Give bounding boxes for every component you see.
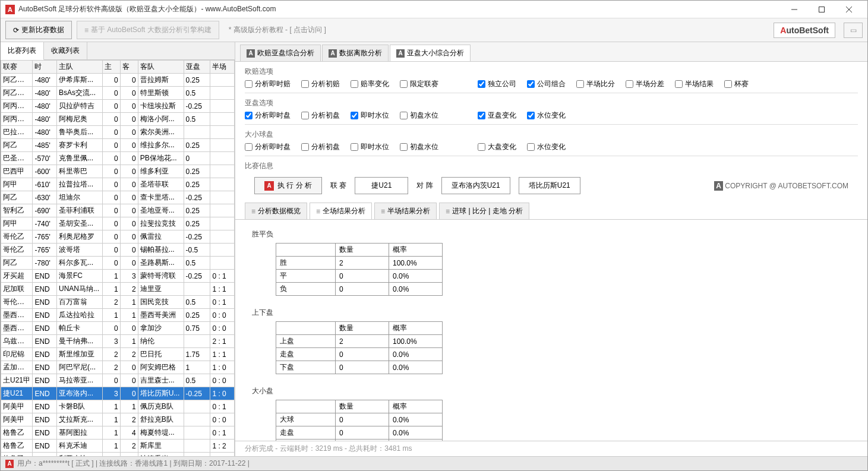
table-row[interactable]: 阿甲-610'拉普拉塔...00圣塔菲联0.25 [1,178,235,191]
table-row[interactable]: 阿美甲END艾拉斯克...12舒拉克B队0 : 0 [1,413,235,426]
refresh-button[interactable]: ⟳更新比赛数据 [5,21,72,39]
match-info-title: 比赛信息 [245,161,858,171]
footer-statusbar: A 用户：a*********t [ 正式 ] | 连接线路：香港线路1 | 到… [1,456,867,470]
rtab-dispersion[interactable]: A数据离散分析 [322,45,389,61]
brand-badge: AutoBetSoft [774,23,835,38]
table-row[interactable]: 尼加联ENDUNAN马纳...12迪里亚1 : 1 [1,283,235,296]
table-row[interactable]: 格鲁乙END基阿图拉14梅夏特堤...0 : 1 [1,426,235,440]
chk-ah-init[interactable]: 分析初盘 [301,110,340,121]
chk-euro-init[interactable]: 分析初赔 [301,79,340,89]
table-row[interactable]: 印尼锦END斯里维加亚22巴日托1.751 : 1 [1,348,235,361]
result-body[interactable]: 胜平负 数量概率胜2100.0%平00.0%负00.0% 上下盘 数量概率上盘2… [235,220,867,441]
chk-euro-live[interactable]: 分析即时赔 [245,79,291,89]
minimize-button[interactable] [781,2,808,17]
titlebar: A AutoBetSoft 足球分析软件高级版（欧赔亚盘大小全能版）- www.… [1,1,867,18]
col-away[interactable]: 客队 [138,61,184,74]
app-logo-icon: A [5,5,15,14]
close-button[interactable] [835,2,863,17]
chk-euro-htdiff[interactable]: 半场分差 [626,79,664,89]
table-row[interactable]: 阿丙曼特-480'贝拉萨特吉00卡纽埃拉斯-0.25 [1,100,235,113]
bars-icon: ≡ [316,207,320,216]
list-icon: ≡ [84,26,89,34]
options-area: 欧赔选项 分析即时赔 分析初赔 赔率变化 限定联赛 独立公司 公司组合 半场比分… [235,62,867,200]
copyright-text: A COPYRIGHT @ AUTOBETSOFT.COM [714,182,848,190]
chk-ou-livew[interactable]: 即时水位 [351,142,389,152]
col-ah[interactable]: 亚盘 [184,61,210,74]
chk-ou-change[interactable]: 大盘变化 [478,142,516,152]
table-row[interactable]: 牙买超END海景FC13蒙特哥湾联-0.250 : 1 [1,270,235,283]
tutorial-link[interactable]: * 高级版分析教程 - [ 点击访问 ] [229,25,326,35]
table-row[interactable]: 阿丙曼特-480'阿梅尼奥00梅洛小阿...0.5 [1,113,235,126]
table-row[interactable]: 阿乙曼特-480'BsAs交流...00特里斯顿0.5 [1,87,235,100]
chk-euro-league[interactable]: 限定联赛 [400,79,438,89]
chk-ou-live[interactable]: 分析即时盘 [245,142,291,152]
chk-ou-init[interactable]: 分析初盘 [301,142,340,152]
league-value: 捷U21 [355,177,408,194]
table-row[interactable]: 墨西联附END瓜达拉哈拉11墨西哥美洲0.250 : 0 [1,309,235,322]
bars-icon: ≡ [251,207,255,216]
away-team-value: 塔比历斯U21 [519,177,580,194]
col-time[interactable]: 时 [33,61,57,74]
chk-euro-change[interactable]: 赔率变化 [351,79,389,89]
rtab-euro-ah[interactable]: A欧赔亚盘综合分析 [240,45,321,61]
table-row[interactable]: 土U21甲END马拉蒂亚...00吉里森士...0.50 : 0 [1,374,235,387]
table-row[interactable]: 智利乙-690'圣菲利浦联00圣地亚哥...0.25 [1,204,235,217]
chk-ah-live[interactable]: 分析即时盘 [245,110,291,121]
table-row[interactable]: 哥伦乙-765'利奥尼格罗00佩雷拉-0.25 [1,230,235,244]
table-row[interactable]: 巴拉后备-480'鲁毕奥后...00索尔美洲... [1,126,235,139]
footer-text: 用户：a*********t [ 正式 ] | 连接线路：香港线路1 | 到期日… [17,459,250,469]
table-row[interactable]: 哥伦乙-765'波哥塔00锡帕基拉...-0.5 [1,244,235,257]
table-row[interactable]: 墨西联附END帕丘卡00拿加沙0.750 : 0 [1,322,235,335]
result-tab-full[interactable]: ≡全场结果分析 [310,203,372,219]
table-row[interactable]: 阿乙-485'赛罗卡利00维拉多尔...0.25 [1,139,235,152]
tab-match-list[interactable]: 比赛列表 [1,42,44,60]
result-tab-overview[interactable]: ≡分析数据概览 [245,203,307,219]
table-row[interactable]: 阿甲-740'圣胡安圣...00拉斐拉竞技0.25 [1,217,235,230]
left-panel: 比赛列表 收藏列表 联赛 时 主队 主 客 客队 亚盘 半场 [1,42,235,456]
col-league[interactable]: 联赛 [1,61,33,74]
table-row[interactable]: 格鲁乙END科克禾迪12斯库里1 : 2 [1,440,235,453]
right-panel: A欧赔亚盘综合分析 A数据离散分析 A亚盘大小综合分析 欧赔选项 分析即时赔 分… [235,42,867,456]
table-row[interactable]: 孟加拉联END阿巴罕尼(...20阿安姆巴格11 : 0 [1,361,235,374]
chk-euro-htscore[interactable]: 半场比分 [576,79,615,89]
chk-euro-indep[interactable]: 独立公司 [478,79,516,89]
col-as[interactable]: 客 [120,61,138,74]
chk-ou-wchange[interactable]: 水位变化 [527,142,566,152]
right-tabs: A欧赔亚盘综合分析 A数据离散分析 A亚盘大小综合分析 [235,42,867,62]
chk-ah-livew[interactable]: 即时水位 [351,110,389,121]
chk-ah-change[interactable]: 亚盘变化 [478,110,516,121]
table-row[interactable]: 巴西甲-600'科里蒂巴00维多利亚0.25 [1,165,235,178]
result-tab-goals[interactable]: ≡进球 | 比分 | 走地 分析 [439,203,529,219]
table-row[interactable]: 阿乙-780'科尔多瓦...00圣路易斯...0.5 [1,257,235,270]
table-row[interactable]: 阿美甲END卡磐B队11佩历克B队0 : 1 [1,400,235,413]
chk-euro-htres[interactable]: 半场结果 [675,79,714,89]
main-area: 比赛列表 收藏列表 联赛 时 主队 主 客 客队 亚盘 半场 [1,42,867,456]
chk-ah-initw[interactable]: 初盘水位 [400,110,438,121]
home-team-value: 亚布洛内茨U21 [441,177,510,194]
table-row[interactable]: 巴圣青联-570'克鲁里佩...00PB保地花...0 [1,152,235,165]
match-table: 联赛 时 主队 主 客 客队 亚盘 半场 阿乙曼特-480'伊希库斯...00晋… [1,60,235,456]
chk-ou-initw[interactable]: 初盘水位 [400,142,438,152]
svg-rect-1 [819,7,825,12]
a-icon: A [264,181,274,191]
toolbar: ⟳更新比赛数据 ≡基于 AutoBetSoft 大数据分析引擎构建 * 高级版分… [1,18,867,42]
col-home[interactable]: 主队 [56,61,102,74]
table-row[interactable]: 阿乙曼特-480'伊希库斯...00晋拉姆斯0.25 [1,74,235,87]
chk-euro-combo[interactable]: 公司组合 [527,79,566,89]
tab-favorites[interactable]: 收藏列表 [44,42,87,59]
table-row[interactable]: 哥伦甲附END百万富翁21国民竞技0.50 : 1 [1,296,235,309]
manual-icon[interactable]: ▭ [844,23,863,38]
table-row[interactable]: 阿乙-630'坦迪尔00查卡里塔...-0.25 [1,191,235,204]
match-table-scroll[interactable]: 联赛 时 主队 主 客 客队 亚盘 半场 阿乙曼特-480'伊希库斯...00晋… [1,60,235,456]
result-tab-half[interactable]: ≡半场结果分析 [374,203,437,219]
execute-analysis-button[interactable]: A执 行 分 析 [254,177,322,194]
col-hs[interactable]: 主 [102,61,120,74]
chk-ah-wchange[interactable]: 水位变化 [527,110,566,121]
col-ht[interactable]: 半场 [210,61,235,74]
maximize-button[interactable] [808,2,835,17]
table-row[interactable]: 乌兹甲附END曼干纳弗...31纳伦2 : 1 [1,335,235,348]
a-icon: A [396,49,405,58]
table-row[interactable]: 捷U21END亚布洛内...30塔比历斯U...-0.251 : 0 [1,387,235,400]
chk-euro-cup[interactable]: 杯赛 [724,79,749,89]
rtab-ah-ou[interactable]: A亚盘大小综合分析 [390,45,471,61]
